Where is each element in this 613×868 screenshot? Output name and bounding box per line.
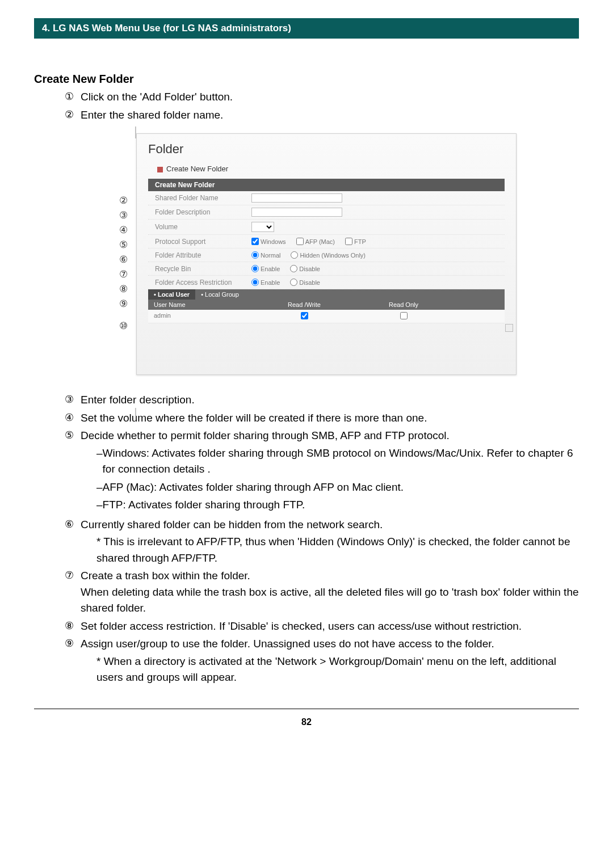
col-user-name: User Name — [148, 301, 262, 308]
step-8: Set folder access restriction. If 'Disab… — [81, 618, 579, 635]
divider — [34, 709, 579, 709]
text-cursor-icon: | — [134, 124, 137, 139]
row-recycle: Recycle Bin Enable Disable — [148, 262, 505, 276]
num-7: ⑦ — [65, 568, 81, 583]
callout-4: ④ — [119, 224, 128, 236]
callout-6: ⑥ — [119, 254, 128, 266]
row-shared-name: Shared Folder Name — [148, 191, 505, 205]
label-protocol: Protocol Support — [155, 238, 251, 246]
text-cursor-icon: | — [134, 406, 137, 420]
radio-normal[interactable]: Normal — [251, 251, 280, 259]
callout-7: ⑦ — [119, 268, 128, 280]
num-6: ⑥ — [65, 517, 81, 532]
ui-screenshot: | ② ③ ④ ⑤ ⑥ ⑦ ⑧ ⑨ ⑩ Folder Create New Fo… — [136, 133, 517, 375]
num-4: ④ — [65, 410, 81, 425]
row-desc: Folder Description — [148, 205, 505, 220]
num-8: ⑧ — [65, 618, 81, 634]
step-4: Set the volume where the folder will be … — [81, 410, 579, 427]
row-attribute: Folder Attribute Normal Hidden (Windows … — [148, 248, 505, 262]
callout-2: ② — [119, 195, 128, 207]
panel-subtitle: Create New Folder — [137, 160, 516, 179]
chk-afp[interactable]: AFP (Mac) — [296, 238, 335, 245]
callout-5: ⑤ — [119, 239, 128, 251]
radio-restrict-disable[interactable]: Disable — [290, 279, 320, 286]
step-6: Currently shared folder can be hidden fr… — [81, 517, 579, 567]
callout-labels: ② ③ ④ ⑤ ⑥ ⑦ ⑧ ⑨ ⑩ — [119, 195, 128, 332]
callout-9: ⑨ — [119, 298, 128, 310]
label-desc: Folder Description — [155, 208, 251, 216]
tab-local-user[interactable]: • Local User — [148, 289, 195, 300]
chapter-header: 4. LG NAS Web Menu Use (for LG NAS admin… — [34, 18, 579, 39]
num-5: ⑤ — [65, 428, 81, 443]
label-shared-name: Shared Folder Name — [155, 194, 251, 202]
step-5-sub-ftp: FTP: Activates folder sharing through FT… — [96, 497, 579, 513]
steps-bottom: ③Enter folder description. ④Set the volu… — [65, 392, 579, 686]
folder-panel: Folder Create New Folder Create New Fold… — [136, 133, 517, 375]
step-5-sub-afp: AFP (Mac): Activates folder sharing thro… — [96, 479, 579, 496]
scroll-down-icon[interactable] — [505, 324, 513, 332]
col-read-write: Read /Write — [262, 301, 347, 308]
chk-windows[interactable]: Windows — [251, 238, 286, 245]
radio-restrict-enable[interactable]: Enable — [251, 279, 280, 286]
chk-admin-rw[interactable] — [301, 312, 308, 319]
callout-10: ⑩ — [119, 320, 128, 332]
user-group-tabs: • Local User • Local Group — [148, 289, 505, 300]
step-7-extra: When deleting data while the trash box i… — [81, 586, 579, 614]
tab-local-group[interactable]: • Local Group — [195, 289, 245, 300]
step-9: Assign user/group to use the folder. Una… — [81, 636, 579, 686]
section-head: Create New Folder — [148, 179, 505, 191]
page-number: 82 — [34, 717, 579, 727]
num-3: ③ — [65, 392, 81, 407]
label-volume: Volume — [155, 223, 251, 231]
step-6-note: * This is irrelevant to AFP/FTP, thus wh… — [96, 534, 579, 566]
radio-recycle-disable[interactable]: Disable — [290, 265, 320, 272]
step-5: Decide whether to permit folder sharing … — [81, 428, 579, 515]
num-1: ① — [65, 89, 81, 104]
table-row: admin — [148, 310, 505, 323]
select-volume[interactable] — [251, 222, 274, 232]
row-restriction: Folder Access Restriction Enable Disable — [148, 276, 505, 289]
input-desc[interactable] — [251, 208, 342, 217]
label-recycle: Recycle Bin — [155, 265, 251, 273]
input-shared-name[interactable] — [251, 193, 342, 203]
permission-table-header: User Name Read /Write Read Only — [148, 300, 505, 310]
chk-admin-ro[interactable] — [400, 312, 408, 319]
step-7: Create a trash box within the folder. Wh… — [81, 568, 579, 617]
section-title: Create New Folder — [34, 73, 579, 86]
radio-hidden[interactable]: Hidden (Windows Only) — [291, 251, 366, 259]
label-restriction: Folder Access Restriction — [155, 279, 251, 286]
radio-recycle-enable[interactable]: Enable — [251, 265, 280, 272]
callout-3: ③ — [119, 209, 128, 221]
num-2: ② — [65, 107, 81, 123]
row-volume: Volume — [148, 220, 505, 235]
label-attribute: Folder Attribute — [155, 251, 251, 259]
panel-title: Folder — [137, 134, 516, 160]
callout-8: ⑧ — [119, 283, 128, 295]
col-read-only: Read Only — [347, 301, 460, 308]
step-5-sub-win: Windows: Activates folder sharing throug… — [96, 445, 579, 478]
cell-user: admin — [148, 312, 262, 321]
num-9: ⑨ — [65, 636, 81, 651]
step-2: Enter the shared folder name. — [81, 107, 579, 124]
step-3: Enter folder description. — [81, 392, 579, 408]
chk-ftp[interactable]: FTP — [345, 238, 366, 245]
row-protocol: Protocol Support Windows AFP (Mac) FTP — [148, 235, 505, 248]
step-9-note: * When a directory is activated at the '… — [96, 654, 579, 686]
steps-top: ①Click on the 'Add Folder' button. ②Ente… — [65, 89, 579, 123]
step-1: Click on the 'Add Folder' button. — [81, 89, 579, 106]
square-icon — [157, 167, 163, 172]
